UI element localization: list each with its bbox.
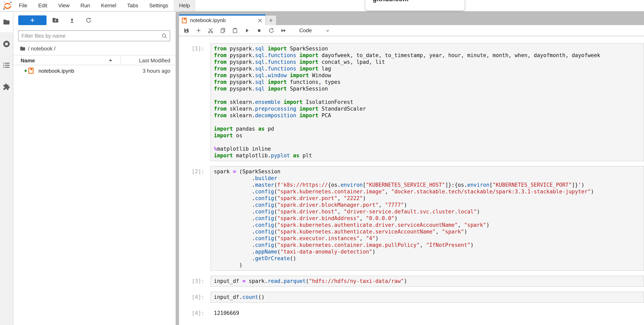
activity-bar xyxy=(0,12,13,325)
menu-file[interactable]: File xyxy=(13,0,33,11)
new-launcher-button[interactable] xyxy=(18,16,46,25)
plus-icon xyxy=(268,18,274,23)
breadcrumb-path: / notebook / xyxy=(28,46,56,52)
add-cell-icon xyxy=(196,28,202,34)
stop-circle-icon xyxy=(3,40,10,48)
fast-forward-icon xyxy=(280,28,286,34)
output-text: 12106669 xyxy=(210,307,239,316)
menu-run[interactable]: Run xyxy=(75,0,96,11)
save-icon xyxy=(184,28,190,34)
notebook-cell: [2]:spark = (SparkSession .builder .mast… xyxy=(179,166,644,271)
new-folder-button[interactable] xyxy=(52,17,59,24)
new-tab-button[interactable] xyxy=(266,16,276,25)
menu-tabs[interactable]: Tabs xyxy=(122,0,144,11)
cell-editor[interactable]: input_df = spark.read.parquet("hdfs://hd… xyxy=(210,276,644,287)
filter-files-input[interactable] xyxy=(22,31,159,41)
upload-button[interactable] xyxy=(68,17,76,24)
menu-bar: File Edit View Run Kernel Tabs Settings … xyxy=(0,0,644,12)
puzzle-icon xyxy=(3,83,10,91)
menu-settings[interactable]: Settings xyxy=(144,0,174,11)
restart-run-all-button[interactable] xyxy=(278,25,290,36)
cell-output: [4]:12106669 xyxy=(179,307,644,316)
chevron-down-icon xyxy=(325,28,330,33)
search-icon xyxy=(161,33,168,39)
list-icon xyxy=(3,62,10,69)
cell-type-select[interactable]: Code xyxy=(299,27,312,34)
cell-editor[interactable]: spark = (SparkSession .builder .master(f… xyxy=(210,166,644,271)
tab-bar: notebook.ipynb xyxy=(179,12,644,25)
file-browser-panel: / notebook / Name Last Modified notebook… xyxy=(13,12,176,325)
menu-help[interactable]: Help xyxy=(174,0,195,11)
breadcrumb[interactable]: / notebook / xyxy=(13,44,176,53)
execution-count: [1]: xyxy=(179,43,210,161)
file-list-item[interactable]: notebook.ipynb 3 hours ago xyxy=(13,66,176,76)
kernel-running-dot xyxy=(24,70,27,72)
execution-count: [4]: xyxy=(179,291,210,303)
jupyter-logo-icon xyxy=(3,1,12,10)
file-browser-toolbar xyxy=(13,12,176,28)
notebook-cell: [4]:input_df.count() xyxy=(179,291,644,303)
notebook-cells: [1]:from pyspark.sql import SparkSession… xyxy=(179,37,644,325)
popup-site-label: github.com xyxy=(373,0,408,3)
run-icon xyxy=(244,28,250,34)
sort-ascending-icon[interactable] xyxy=(109,59,112,61)
interrupt-kernel-button[interactable] xyxy=(253,25,265,36)
cell-editor[interactable]: from pyspark.sql import SparkSession fro… xyxy=(210,43,644,161)
add-cell-button[interactable] xyxy=(192,25,204,36)
upload-icon xyxy=(69,17,75,24)
running-kernels-tab[interactable] xyxy=(3,40,10,48)
menu-view[interactable]: View xyxy=(53,0,75,11)
activity-bar-background xyxy=(0,32,13,325)
browser-popup: github.com xyxy=(365,0,465,11)
panel-splitter[interactable] xyxy=(176,12,179,325)
file-list-header: Name Last Modified xyxy=(13,55,176,65)
refresh-button[interactable] xyxy=(85,17,92,24)
main-dock-panel: notebook.ipynb xyxy=(179,12,644,325)
save-button[interactable] xyxy=(180,25,192,36)
restart-kernel-button[interactable] xyxy=(265,25,278,36)
notebook-toolbar: Code xyxy=(179,25,644,36)
notebook-cell: [3]:input_df = spark.read.parquet("hdfs:… xyxy=(179,276,644,287)
column-last-modified[interactable]: Last Modified xyxy=(139,58,170,64)
copy-cells-button[interactable] xyxy=(217,25,229,36)
extension-manager-tab[interactable] xyxy=(3,83,10,91)
folder-icon xyxy=(3,19,10,25)
menu-edit[interactable]: Edit xyxy=(33,0,53,11)
column-name[interactable]: Name xyxy=(21,58,35,64)
refresh-icon xyxy=(86,17,92,23)
new-folder-icon xyxy=(52,18,59,23)
copy-icon xyxy=(220,28,226,34)
notebook-file-icon xyxy=(182,18,187,23)
file-name: notebook.ipynb xyxy=(38,68,74,74)
cell-editor[interactable]: input_df.count() xyxy=(210,291,644,303)
run-cell-button[interactable] xyxy=(241,25,253,36)
table-of-contents-tab[interactable] xyxy=(3,62,10,69)
notebook-cell: [1]:from pyspark.sql import SparkSession… xyxy=(179,43,644,161)
cut-cells-button[interactable] xyxy=(204,25,217,36)
notebook-file-icon xyxy=(28,68,34,74)
file-browser-tab[interactable] xyxy=(3,19,10,26)
execution-count: [2]: xyxy=(179,166,210,271)
cell-type-dropdown-button[interactable] xyxy=(325,28,330,33)
menu-kernel[interactable]: Kernel xyxy=(96,0,122,11)
cut-icon xyxy=(208,28,214,34)
paste-cells-button[interactable] xyxy=(229,25,241,36)
paste-icon xyxy=(232,28,238,34)
home-folder-icon xyxy=(20,46,26,51)
close-icon[interactable] xyxy=(257,18,262,23)
stop-icon xyxy=(256,28,262,34)
tab-notebook[interactable]: notebook.ipynb xyxy=(179,14,266,25)
restart-icon xyxy=(268,28,274,34)
file-modified: 3 hours ago xyxy=(143,68,170,74)
execution-count: [3]: xyxy=(179,276,210,287)
filter-files-box xyxy=(18,30,170,41)
column-divider xyxy=(120,56,120,65)
tab-title: notebook.ipynb xyxy=(190,17,226,24)
execution-count: [4]: xyxy=(179,307,210,316)
plus-icon xyxy=(29,17,36,23)
